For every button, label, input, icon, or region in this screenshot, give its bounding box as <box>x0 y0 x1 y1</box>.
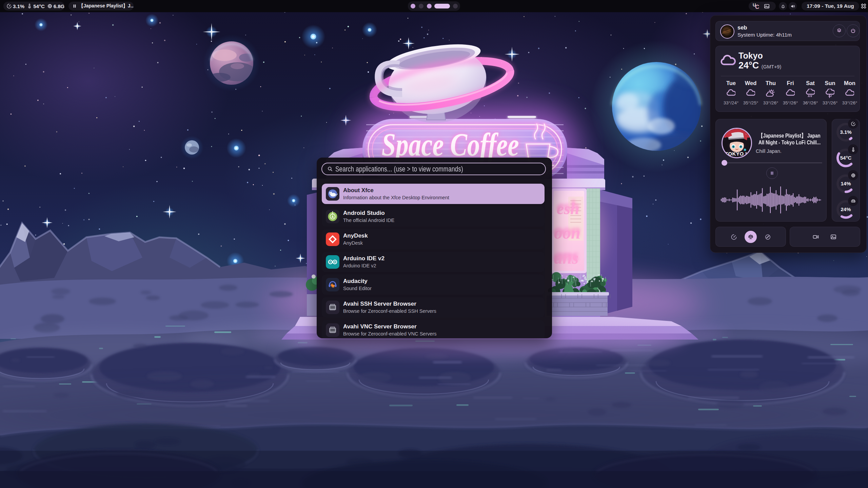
svg-text:TOKYO L: TOKYO L <box>725 151 749 157</box>
svg-text:Space Coffee: Space Coffee <box>382 126 519 163</box>
